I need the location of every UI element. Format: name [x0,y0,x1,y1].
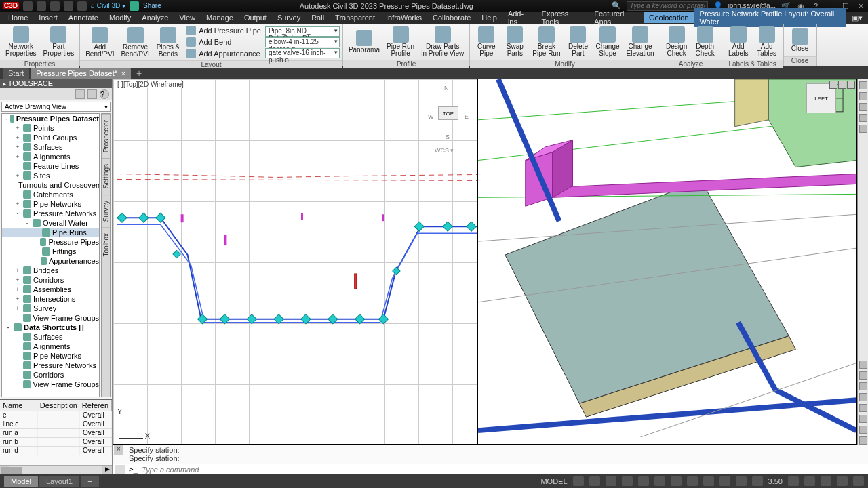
tree-item-data-shortcuts-[interactable]: -Data Shortcuts [] [2,323,99,332]
ribbon-tab-geolocation[interactable]: Geolocation [644,12,694,23]
grid-hscroll[interactable]: ◀ ▶ [0,465,112,474]
grid-row[interactable]: run aOverall F [0,429,112,438]
tree-item-pressure-networks[interactable]: -Pressure Networks [2,209,99,218]
tree-item-pipe-networks[interactable]: Pipe Networks [2,351,99,361]
tree-item-survey[interactable]: +Survey [2,304,99,313]
ribbon-btn-panorama[interactable]: Panorama [346,28,382,55]
qat-undo-icon[interactable] [64,1,73,11]
tree-expander-icon[interactable]: + [14,267,21,274]
qat-redo-icon[interactable] [77,1,87,11]
ribbon-btn-swap-parts[interactable]: SwapParts [501,25,528,58]
tree-expander-icon[interactable]: + [14,125,21,131]
layout-tab-layout1[interactable]: Layout1 [39,476,79,487]
ribbon-btn-depth-check[interactable]: DepthCheck [692,25,719,58]
grid-body[interactable]: eOverall Fline cOverall Frun aOverall Fr… [0,411,112,465]
scroll-right-icon[interactable]: ▶ [102,466,112,475]
qat-save-icon[interactable] [50,1,60,11]
ribbon-btn-pipes-bends[interactable]: Pipes &Bends [154,26,182,59]
command-line[interactable]: >_ [113,464,868,474]
viewcube-left[interactable]: N W TOP E S WCS ▾ [428,85,469,152]
status-model-label[interactable]: MODEL [540,477,567,485]
toolspace-vtab-settings[interactable]: Settings [102,158,110,194]
ribbon-tab-help[interactable]: Help [476,12,502,23]
status-monitor-icon[interactable] [804,476,815,486]
nav-wheel-icon[interactable] [859,81,867,89]
window-close[interactable]: ✕ [856,1,865,11]
status-ortho-icon[interactable] [606,476,616,486]
nav-tool-5[interactable] [859,404,867,412]
prospector-tree[interactable]: -Pressure Pipes Dataset+Points+Point Gro… [1,113,100,397]
status-isolate-icon[interactable] [821,476,831,486]
ribbon-btn-add-pressure-pipe[interactable]: Add Pressure Pipe [184,25,264,36]
tree-expander-icon[interactable]: + [14,144,21,150]
layout-tab-model[interactable]: Model [4,476,38,487]
ts-btn-2[interactable] [87,89,97,99]
nav-tool-3[interactable] [859,382,867,390]
nav-tool-7[interactable] [859,426,867,434]
ribbon-btn-change-elevation[interactable]: ChangeElevation [624,25,657,58]
doctab-active[interactable]: Pressure Pipes Dataset*× [31,68,131,79]
toolspace-vtab-prospector[interactable]: Prospector [102,114,110,158]
ts-help-icon[interactable]: ? [100,89,109,99]
new-doc-button[interactable]: + [132,68,146,79]
ribbon-expand-icon[interactable]: ▣▾ [846,12,868,24]
scroll-thumb[interactable] [1,467,22,474]
qat-new-icon[interactable] [23,1,33,11]
ribbon-btn-design-check[interactable]: DesignCheck [663,25,690,58]
tree-item-view-frame-groups[interactable]: View Frame Groups [2,380,99,389]
ribbon-btn-change-slope[interactable]: ChangeSlope [593,25,622,58]
tree-expander-icon[interactable]: - [5,324,12,331]
ribbon-tab-home[interactable]: Home [3,12,33,23]
ribbon-btn-delete-part[interactable]: DeletePart [564,25,591,58]
cmd-close-icon[interactable]: × [114,445,123,455]
tree-expander-icon[interactable]: + [14,296,21,302]
status-lwt-icon[interactable] [703,476,714,486]
status-snap-icon[interactable] [589,476,600,486]
grid-col-reference[interactable]: Referen [79,400,112,411]
part-combo[interactable]: gate valve-16 inch-push o [265,48,340,58]
ribbon-btn-pipe-run-profile[interactable]: Pipe RunProfile [384,25,417,58]
grid-row[interactable]: run bOverall F [0,438,112,447]
tree-expander-icon[interactable]: - [24,220,31,226]
nav-pan-icon[interactable] [859,92,867,100]
status-annoscale-icon[interactable] [752,476,763,486]
close-icon[interactable]: × [121,70,125,77]
tree-item-feature-lines[interactable]: Feature Lines [2,161,99,171]
tree-item-alignments[interactable]: +Alignments [2,152,99,161]
ribbon-btn-remove-bend-pvi[interactable]: RemoveBend/PVI [118,26,152,59]
status-osnap-icon[interactable] [638,476,649,486]
ribbon-btn-curve-pipe[interactable]: CurvePipe [473,25,500,58]
doctab-start[interactable]: Start [3,68,29,79]
grid-row[interactable]: run dOverall F [0,447,112,455]
status-3dosnap-icon[interactable] [654,476,665,486]
tree-item-corridors[interactable]: Corridors [2,370,99,380]
tree-item-alignments[interactable]: Alignments [2,342,99,351]
grid-col-name[interactable]: Name [0,400,37,411]
tree-item-pressure-pipes-dataset[interactable]: -Pressure Pipes Dataset [2,114,99,123]
status-custom-icon[interactable] [853,476,864,486]
nav-tool-6[interactable] [859,415,867,423]
ribbon-tab-transparent[interactable]: Transparent [330,12,380,23]
status-polar-icon[interactable] [622,476,633,486]
viewport-label-left[interactable]: [-][Top][2D Wireframe] [116,81,185,88]
tree-expander-icon[interactable]: + [14,305,21,312]
ribbon-btn-network-properties[interactable]: NetworkProperties [3,25,39,58]
tree-expander-icon[interactable]: + [14,134,21,141]
tree-item-appurtenances[interactable]: Appurtenances [2,256,99,266]
grid-col-description[interactable]: Description [37,400,79,411]
tree-expander-icon[interactable]: - [5,115,8,122]
ribbon-tab-analyze[interactable]: Analyze [136,12,174,23]
command-history[interactable]: × Specify station: Specify station: [113,445,868,464]
tree-item-fittings[interactable]: Fittings [2,247,99,256]
ribbon-btn-close[interactable]: Close [787,27,814,54]
status-transparency-icon[interactable] [719,476,730,486]
nav-orbit-icon[interactable] [859,114,867,122]
tree-item-pipe-runs[interactable]: Pipe Runs [2,228,99,237]
tree-item-pressure-networks[interactable]: Pressure Networks [2,361,99,370]
ribbon-tab-infraworks[interactable]: InfraWorks [380,12,427,23]
tree-item-intersections[interactable]: +Intersections [2,294,99,304]
viewcube-w[interactable]: W [428,113,434,120]
ribbon-btn-draw-parts-in-profile-view[interactable]: Draw Partsin Profile View [418,25,467,58]
grid-row[interactable]: eOverall F [0,411,112,420]
nav-tool-8[interactable] [859,436,867,445]
